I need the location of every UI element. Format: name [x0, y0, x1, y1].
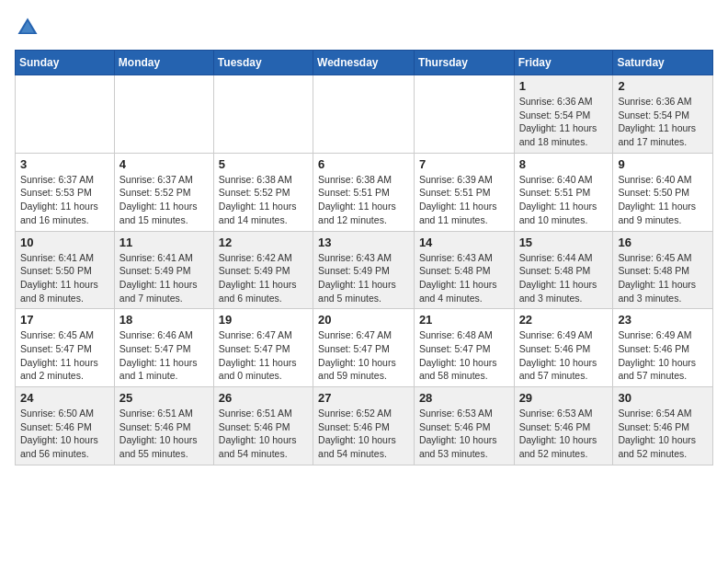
day-info: Sunrise: 6:53 AM Sunset: 5:46 PM Dayligh… — [419, 407, 509, 461]
day-number: 19 — [219, 313, 308, 327]
day-info: Sunrise: 6:45 AM Sunset: 5:47 PM Dayligh… — [20, 328, 109, 383]
weekday-header-thursday: Thursday — [414, 51, 514, 75]
day-info: Sunrise: 6:49 AM Sunset: 5:46 PM Dayligh… — [618, 328, 708, 383]
calendar-week-row: 3Sunrise: 6:37 AM Sunset: 5:53 PM Daylig… — [16, 153, 713, 231]
day-info: Sunrise: 6:53 AM Sunset: 5:46 PM Dayligh… — [519, 407, 609, 461]
day-number: 4 — [119, 157, 209, 171]
calendar-cell: 25Sunrise: 6:51 AM Sunset: 5:46 PM Dayli… — [114, 387, 213, 465]
calendar-header: SundayMondayTuesdayWednesdayThursdayFrid… — [16, 51, 713, 75]
day-info: Sunrise: 6:51 AM Sunset: 5:46 PM Dayligh… — [119, 407, 209, 461]
day-info: Sunrise: 6:37 AM Sunset: 5:52 PM Dayligh… — [119, 173, 209, 227]
calendar-cell: 8Sunrise: 6:40 AM Sunset: 5:51 PM Daylig… — [514, 153, 613, 231]
day-number: 21 — [419, 313, 509, 327]
weekday-header-sunday: Sunday — [16, 51, 115, 75]
calendar-cell: 12Sunrise: 6:42 AM Sunset: 5:49 PM Dayli… — [213, 231, 313, 309]
calendar-cell: 11Sunrise: 6:41 AM Sunset: 5:49 PM Dayli… — [114, 231, 213, 309]
day-number: 1 — [519, 79, 609, 93]
calendar-cell: 20Sunrise: 6:47 AM Sunset: 5:47 PM Dayli… — [313, 309, 415, 387]
day-number: 7 — [419, 157, 509, 171]
day-number: 25 — [119, 391, 209, 405]
calendar-cell: 5Sunrise: 6:38 AM Sunset: 5:52 PM Daylig… — [213, 153, 313, 231]
day-number: 30 — [618, 391, 708, 405]
day-info: Sunrise: 6:38 AM Sunset: 5:51 PM Dayligh… — [318, 173, 409, 227]
calendar-cell — [16, 75, 115, 154]
day-info: Sunrise: 6:40 AM Sunset: 5:51 PM Dayligh… — [519, 173, 609, 227]
calendar-cell: 7Sunrise: 6:39 AM Sunset: 5:51 PM Daylig… — [414, 153, 514, 231]
day-number: 16 — [618, 236, 708, 249]
calendar-cell — [213, 75, 313, 154]
weekday-header-tuesday: Tuesday — [213, 51, 313, 75]
calendar-cell: 3Sunrise: 6:37 AM Sunset: 5:53 PM Daylig… — [16, 153, 115, 231]
logo-icon — [15, 15, 40, 40]
calendar-cell: 4Sunrise: 6:37 AM Sunset: 5:52 PM Daylig… — [114, 153, 213, 231]
day-info: Sunrise: 6:39 AM Sunset: 5:51 PM Dayligh… — [419, 173, 509, 227]
day-info: Sunrise: 6:47 AM Sunset: 5:47 PM Dayligh… — [318, 328, 409, 383]
day-number: 20 — [318, 313, 409, 327]
calendar-cell: 6Sunrise: 6:38 AM Sunset: 5:51 PM Daylig… — [313, 153, 415, 231]
day-info: Sunrise: 6:43 AM Sunset: 5:48 PM Dayligh… — [419, 251, 509, 305]
calendar-cell: 9Sunrise: 6:40 AM Sunset: 5:50 PM Daylig… — [613, 153, 713, 231]
calendar-cell: 23Sunrise: 6:49 AM Sunset: 5:46 PM Dayli… — [613, 309, 713, 387]
calendar-cell: 22Sunrise: 6:49 AM Sunset: 5:46 PM Dayli… — [514, 309, 613, 387]
calendar-cell: 1Sunrise: 6:36 AM Sunset: 5:54 PM Daylig… — [514, 75, 613, 154]
day-number: 13 — [318, 236, 409, 249]
calendar-body: 1Sunrise: 6:36 AM Sunset: 5:54 PM Daylig… — [16, 75, 713, 465]
day-number: 22 — [519, 313, 609, 327]
day-info: Sunrise: 6:40 AM Sunset: 5:50 PM Dayligh… — [618, 173, 708, 227]
calendar-cell: 2Sunrise: 6:36 AM Sunset: 5:54 PM Daylig… — [613, 75, 713, 154]
calendar-cell: 18Sunrise: 6:46 AM Sunset: 5:47 PM Dayli… — [114, 309, 213, 387]
calendar-cell: 26Sunrise: 6:51 AM Sunset: 5:46 PM Dayli… — [213, 387, 313, 465]
calendar-table: SundayMondayTuesdayWednesdayThursdayFrid… — [15, 50, 713, 465]
day-number: 3 — [20, 157, 109, 171]
day-info: Sunrise: 6:49 AM Sunset: 5:46 PM Dayligh… — [519, 328, 609, 383]
day-info: Sunrise: 6:47 AM Sunset: 5:47 PM Dayligh… — [219, 328, 308, 383]
day-number: 9 — [618, 157, 708, 171]
day-info: Sunrise: 6:43 AM Sunset: 5:49 PM Dayligh… — [318, 251, 409, 305]
weekday-header-monday: Monday — [114, 51, 213, 75]
calendar-cell: 28Sunrise: 6:53 AM Sunset: 5:46 PM Dayli… — [414, 387, 514, 465]
day-number: 24 — [20, 391, 109, 405]
calendar-cell — [313, 75, 415, 154]
day-info: Sunrise: 6:54 AM Sunset: 5:46 PM Dayligh… — [618, 407, 708, 461]
day-number: 12 — [219, 236, 308, 249]
day-info: Sunrise: 6:48 AM Sunset: 5:47 PM Dayligh… — [419, 328, 509, 383]
header-area — [15, 15, 713, 40]
calendar-week-row: 17Sunrise: 6:45 AM Sunset: 5:47 PM Dayli… — [16, 309, 713, 387]
weekday-header-friday: Friday — [514, 51, 613, 75]
calendar-cell: 13Sunrise: 6:43 AM Sunset: 5:49 PM Dayli… — [313, 231, 415, 309]
calendar-cell: 21Sunrise: 6:48 AM Sunset: 5:47 PM Dayli… — [414, 309, 514, 387]
day-number: 29 — [519, 391, 609, 405]
calendar-cell — [114, 75, 213, 154]
weekday-header-saturday: Saturday — [613, 51, 713, 75]
calendar-cell: 30Sunrise: 6:54 AM Sunset: 5:46 PM Dayli… — [613, 387, 713, 465]
calendar-cell: 17Sunrise: 6:45 AM Sunset: 5:47 PM Dayli… — [16, 309, 115, 387]
day-info: Sunrise: 6:45 AM Sunset: 5:48 PM Dayligh… — [618, 251, 708, 305]
day-number: 28 — [419, 391, 509, 405]
day-number: 27 — [318, 391, 409, 405]
day-info: Sunrise: 6:37 AM Sunset: 5:53 PM Dayligh… — [20, 173, 109, 227]
day-number: 14 — [419, 236, 509, 249]
day-number: 23 — [618, 313, 708, 327]
day-number: 6 — [318, 157, 409, 171]
day-number: 11 — [119, 236, 209, 249]
calendar-week-row: 10Sunrise: 6:41 AM Sunset: 5:50 PM Dayli… — [16, 231, 713, 309]
day-number: 5 — [219, 157, 308, 171]
day-info: Sunrise: 6:42 AM Sunset: 5:49 PM Dayligh… — [219, 251, 308, 305]
day-info: Sunrise: 6:41 AM Sunset: 5:50 PM Dayligh… — [20, 251, 109, 305]
day-number: 18 — [119, 313, 209, 327]
calendar-cell: 15Sunrise: 6:44 AM Sunset: 5:48 PM Dayli… — [514, 231, 613, 309]
calendar-cell: 16Sunrise: 6:45 AM Sunset: 5:48 PM Dayli… — [613, 231, 713, 309]
calendar-cell: 10Sunrise: 6:41 AM Sunset: 5:50 PM Dayli… — [16, 231, 115, 309]
day-info: Sunrise: 6:36 AM Sunset: 5:54 PM Dayligh… — [519, 95, 609, 149]
day-info: Sunrise: 6:50 AM Sunset: 5:46 PM Dayligh… — [20, 407, 109, 461]
day-number: 2 — [618, 79, 708, 93]
calendar-week-row: 1Sunrise: 6:36 AM Sunset: 5:54 PM Daylig… — [16, 75, 713, 154]
calendar-week-row: 24Sunrise: 6:50 AM Sunset: 5:46 PM Dayli… — [16, 387, 713, 465]
logo — [15, 15, 44, 40]
weekday-header-wednesday: Wednesday — [313, 51, 415, 75]
day-info: Sunrise: 6:46 AM Sunset: 5:47 PM Dayligh… — [119, 328, 209, 383]
calendar-cell: 19Sunrise: 6:47 AM Sunset: 5:47 PM Dayli… — [213, 309, 313, 387]
day-number: 10 — [20, 236, 109, 249]
day-info: Sunrise: 6:38 AM Sunset: 5:52 PM Dayligh… — [219, 173, 308, 227]
day-number: 8 — [519, 157, 609, 171]
